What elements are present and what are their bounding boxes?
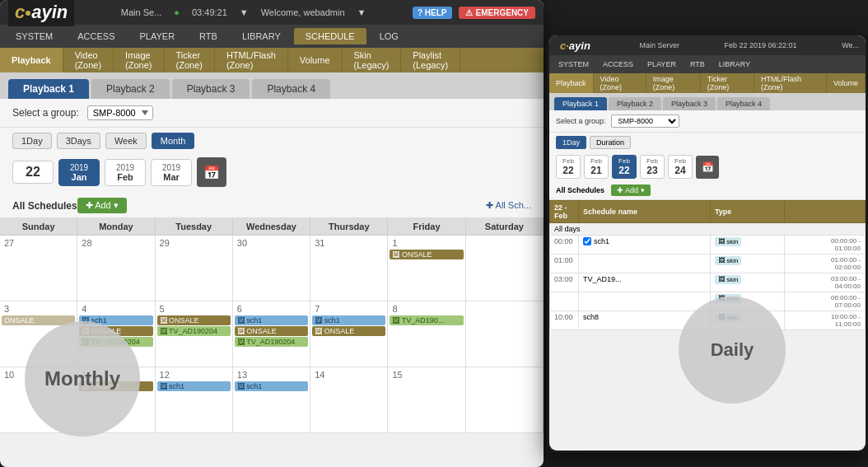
nav-schedule[interactable]: SCHEDULE xyxy=(294,28,366,44)
nav-rtb[interactable]: RTB xyxy=(188,28,229,44)
tablet-month-feb5: Feb xyxy=(674,157,687,165)
add-button[interactable]: ✚ Add ▾ xyxy=(77,198,127,213)
subnav-playback[interactable]: Playback xyxy=(0,48,63,72)
tablet-subnav-htmlflash[interactable]: HTML/Flash (Zone) xyxy=(754,73,827,93)
tablet-nav-access[interactable]: ACCESS xyxy=(596,58,640,70)
laptop-topbar: cayin Main Se... ● 03:49:21 ▼ Welcome, w… xyxy=(0,0,544,25)
group-select[interactable]: SMP-8000 xyxy=(87,105,153,120)
subnav-skin[interactable]: Skin(Legacy) xyxy=(343,48,402,72)
event-onsale-1: 🖼 ONSALE xyxy=(390,250,463,259)
tablet-nav-player[interactable]: PLAYER xyxy=(641,58,683,70)
tablet-nav-rtb[interactable]: RTB xyxy=(684,58,712,70)
nav-player[interactable]: PLAYER xyxy=(128,28,186,44)
tablet-sch-label: All Schedules xyxy=(556,186,604,194)
date-box-feb[interactable]: 2019 Feb xyxy=(105,159,146,186)
tablet-date-nav: Feb 22 Feb 21 Feb 22 Feb 23 Feb 24 xyxy=(549,152,866,181)
all-sch-button[interactable]: ✚ All Sch... xyxy=(486,200,531,211)
tablet-date: Feb 22 2019 06:22:01 xyxy=(725,41,797,49)
tablet-subnav-volume[interactable]: Volume xyxy=(827,73,866,93)
date-nav: 22 2019 Jan 2019 Feb 2019 Mar 📅 xyxy=(0,154,544,194)
tablet-add-button[interactable]: ✚ Add ▾ xyxy=(611,184,651,196)
nav-system[interactable]: SYSTEM xyxy=(4,28,64,44)
tablet-cal-icon[interactable]: 📅 xyxy=(696,156,719,179)
nav-access[interactable]: ACCESS xyxy=(66,28,126,44)
subnav-video[interactable]: Video(Zone) xyxy=(63,48,114,72)
cal-cell-13[interactable]: 13 🖼 sch1 xyxy=(233,367,310,433)
tablet-month-feb4: Feb xyxy=(646,157,659,165)
cal-cell-12[interactable]: 12 🖼 sch1 xyxy=(156,367,233,433)
tablet-tab-pb2[interactable]: Playback 2 xyxy=(609,97,661,110)
tablet-date-23[interactable]: Feb 23 xyxy=(640,155,665,179)
table-row-0300: 03:00 TV_AD19... 🖼 skin 03:00:00 -04:00:… xyxy=(550,273,866,292)
tablet-date-22a[interactable]: Feb 22 xyxy=(556,155,581,179)
tablet-subnav-image[interactable]: Image (Zone) xyxy=(646,73,701,93)
date-box-mar[interactable]: 2019 Mar xyxy=(151,159,192,186)
tablet-tab-pb4[interactable]: Playback 4 xyxy=(717,97,770,110)
cal-cell-sat3[interactable] xyxy=(466,367,544,433)
cal-cell-27[interactable]: 27 xyxy=(0,236,77,301)
date-box-jan[interactable]: 2019 Jan xyxy=(58,159,100,186)
calendar-picker-icon[interactable]: 📅 xyxy=(197,157,226,187)
view-3days[interactable]: 3Days xyxy=(57,133,100,149)
cal-cell-28[interactable]: 28 xyxy=(77,236,155,301)
cal-cell-1[interactable]: 1 🖼 ONSALE xyxy=(388,236,465,301)
tablet-view-duration[interactable]: Duration xyxy=(590,136,631,149)
cal-cell-sat2[interactable] xyxy=(466,301,544,367)
event-sch1-6: 🖼 sch1 xyxy=(235,315,308,325)
emergency-button[interactable]: ⚠ EMERGENCY xyxy=(459,7,535,19)
cal-cell-7[interactable]: 7 🖼 sch1 🖼 ONSALE xyxy=(310,301,388,367)
event-sch1-12: 🖼 sch1 xyxy=(157,381,231,391)
subnav-playlist[interactable]: Playlist(Legacy) xyxy=(401,48,460,72)
cal-cell-14[interactable]: 14 xyxy=(310,367,388,433)
tablet-day-24: 24 xyxy=(674,165,687,176)
subnav-ticker[interactable]: Ticker(Zone) xyxy=(165,48,215,72)
event-onsale-6: 🖼 ONSALE xyxy=(235,326,308,336)
month-mar: Mar xyxy=(160,172,183,182)
tab-playback4[interactable]: Playback 4 xyxy=(252,79,330,99)
tablet-date-24[interactable]: Feb 24 xyxy=(668,155,693,179)
subnav-volume[interactable]: Volume xyxy=(288,48,343,72)
nav-library[interactable]: LIBRARY xyxy=(231,28,292,44)
nav-log[interactable]: LOG xyxy=(368,28,410,44)
cal-cell-15[interactable]: 15 xyxy=(388,367,465,433)
tab-playback3[interactable]: Playback 3 xyxy=(172,79,250,99)
time-range-4: 06:00:00 -07:00:00 xyxy=(785,292,866,311)
tablet-view-1day[interactable]: 1Day xyxy=(556,136,586,149)
sch1-badge: sch1 xyxy=(583,237,609,245)
tablet-subnav-ticker[interactable]: Ticker (Zone) xyxy=(701,73,754,93)
sub-nav: Playback Video(Zone) Image(Zone) Ticker(… xyxy=(0,48,544,72)
tablet-day-22a: 22 xyxy=(562,165,575,176)
tablet-subnav-playback[interactable]: Playback xyxy=(549,73,594,93)
sch1-checkbox[interactable] xyxy=(583,237,591,245)
tablet-nav-library[interactable]: LIBRARY xyxy=(712,58,757,70)
tablet-tab-pb1[interactable]: Playback 1 xyxy=(554,97,607,110)
cal-cell-30[interactable]: 30 xyxy=(233,236,310,301)
daily-circle-label: Daily xyxy=(679,297,786,404)
tablet-subnav-video[interactable]: Video (Zone) xyxy=(594,73,646,93)
view-1day[interactable]: 1Day xyxy=(12,133,52,149)
subnav-htmlflash[interactable]: HTML/Flash(Zone) xyxy=(215,48,288,72)
view-month[interactable]: Month xyxy=(152,133,195,149)
tab-playback1[interactable]: Playback 1 xyxy=(8,79,89,99)
cal-cell-31[interactable]: 31 xyxy=(310,236,388,301)
table-row-0100: 01:00 🖼 skin 01:00:00 -02:00:00 xyxy=(550,255,866,273)
tablet-date-22b[interactable]: Feb 22 xyxy=(612,155,637,179)
month-feb: Feb xyxy=(114,172,137,182)
tablet-select-label: Select a group: xyxy=(556,117,606,125)
tablet-nav-system[interactable]: SYSTEM xyxy=(552,58,595,70)
help-button[interactable]: ? HELP xyxy=(413,7,452,19)
tablet-tab-pb3[interactable]: Playback 3 xyxy=(663,97,716,110)
cal-cell-8[interactable]: 8 🖼 TV_AD190... xyxy=(388,301,465,367)
subnav-image[interactable]: Image(Zone) xyxy=(114,48,164,72)
tablet-date-21[interactable]: Feb 21 xyxy=(584,155,609,179)
cal-cell-5[interactable]: 5 🖼 ONSALE 🖼 TV_AD190204 xyxy=(156,301,233,367)
tablet-group-select[interactable]: SMP-8000 xyxy=(611,114,679,128)
cal-cell-29[interactable]: 29 xyxy=(156,236,233,301)
view-week[interactable]: Week xyxy=(105,133,147,149)
sch1-label: sch1 xyxy=(594,237,609,245)
th-type: Type xyxy=(711,201,785,223)
cal-cell-6[interactable]: 6 🖼 sch1 🖼 ONSALE 🖼 TV_AD190204 xyxy=(233,301,310,367)
tab-playback2[interactable]: Playback 2 xyxy=(91,79,170,99)
event-empty-2 xyxy=(579,292,711,311)
cal-cell-sat1[interactable] xyxy=(466,236,544,301)
